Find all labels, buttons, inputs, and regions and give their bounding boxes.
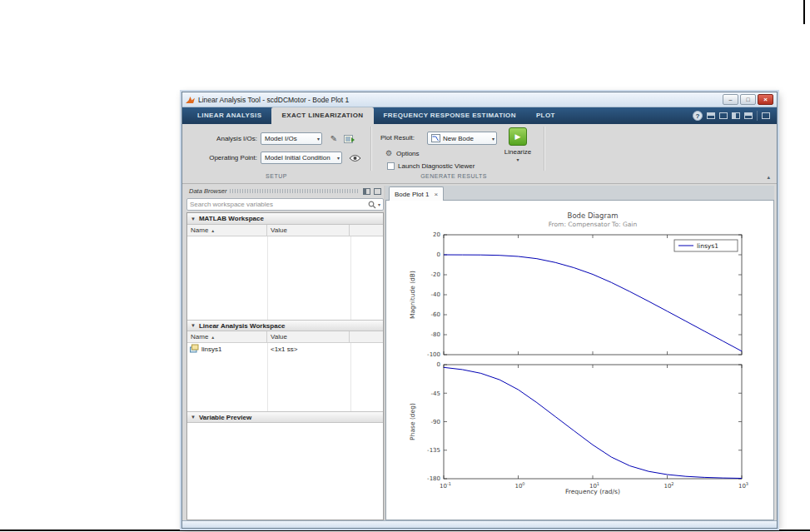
window-layout-icon-4[interactable] (744, 112, 753, 119)
triangle-down-icon: ▼ (191, 323, 196, 328)
svg-text:Magnitude (dB): Magnitude (dB) (409, 271, 416, 319)
signal-select-button[interactable] (344, 132, 355, 147)
tab-frequency-response-estimation[interactable]: FREQUENCY RESPONSE ESTIMATION (374, 107, 526, 124)
tab-plot[interactable]: PLOT (526, 107, 565, 124)
search-options-caret-icon[interactable]: ▾ (378, 201, 380, 207)
svg-text:-80: -80 (431, 331, 440, 338)
launch-diagnostic-label: Launch Diagnostic Viewer (398, 162, 475, 170)
options-button[interactable]: Options (396, 150, 420, 157)
triangle-down-icon: ▼ (191, 216, 196, 221)
analysis-ios-select[interactable]: Model I/Os ▾ (261, 132, 322, 145)
table-row-linsys1[interactable]: linsys1 <1x1 ss> (187, 343, 383, 355)
svg-text:-20: -20 (431, 271, 440, 278)
svg-text:10-1: 10-1 (440, 481, 451, 490)
run-icon: ▶ (509, 127, 527, 146)
operating-point-label: Operating Point: (187, 154, 257, 162)
bode-plot-icon (431, 134, 440, 142)
tab-bode-plot-1[interactable]: Bode Plot 1 × (389, 186, 444, 201)
column-header-name[interactable]: Name ▲ (187, 225, 267, 236)
plot-result-select[interactable]: New Bode ▾ (427, 132, 497, 145)
close-button[interactable]: × (758, 94, 773, 105)
window-layout-icon-3[interactable] (732, 112, 740, 119)
column-header-name[interactable]: Name ▲ (187, 331, 267, 342)
svg-text:102: 102 (663, 481, 673, 490)
page: Linear Analysis Tool - scdDCMotor - Bode… (0, 0, 810, 532)
undock-icon[interactable] (374, 188, 381, 195)
sort-asc-icon: ▲ (211, 335, 215, 340)
collapse-ribbon-button[interactable]: ▴ (767, 174, 770, 181)
section-matlab-workspace[interactable]: ▼ MATLAB Workspace (187, 213, 383, 225)
svg-text:From: Compensator To: Gain: From: Compensator To: Gain (549, 221, 638, 228)
page-edge-right (803, 0, 805, 24)
ribbon-tab-bar: LINEAR ANALYSIS EXACT LINEARIZATION FREQ… (182, 107, 777, 124)
matlab-logo-icon (186, 92, 195, 107)
close-icon: × (763, 97, 768, 103)
operating-point-select[interactable]: Model Initial Condition ▾ (261, 152, 342, 164)
svg-text:Bode Diagram: Bode Diagram (568, 211, 619, 220)
column-header-value[interactable]: Value (267, 225, 350, 236)
svg-text:-60: -60 (431, 311, 440, 318)
svg-text:-45: -45 (431, 390, 440, 397)
caret-down-icon: ▾ (315, 136, 320, 142)
matlab-workspace-table-body (187, 236, 383, 320)
caret-down-icon: ▾ (335, 155, 340, 161)
bode-plot-svg: 200-20-40-60-80-100Magnitude (dB)0-45-90… (386, 201, 773, 519)
plot-result-label: Plot Result: (380, 134, 415, 142)
window-title: Linear Analysis Tool - scdDCMotor - Bode… (198, 96, 349, 104)
eye-icon (349, 151, 361, 166)
document-tab-strip: Bode Plot 1 × (385, 186, 774, 201)
workspace-search: ▾ (186, 198, 384, 211)
minimize-button[interactable]: – (723, 94, 738, 105)
help-icon[interactable]: ? (693, 111, 703, 121)
pencil-icon: ✎ (330, 134, 337, 143)
variable-preview-body (187, 423, 383, 520)
title-bar[interactable]: Linear Analysis Tool - scdDCMotor - Bode… (182, 92, 777, 107)
launch-diagnostic-checkbox[interactable] (387, 162, 395, 170)
caret-down-icon: ▾ (516, 157, 519, 162)
window-layout-icon-2[interactable] (719, 112, 728, 119)
linear-workspace-table-body: linsys1 <1x1 ss> (187, 343, 383, 411)
linearize-button[interactable]: ▶ Linearize ▾ (497, 127, 539, 171)
svg-text:-180: -180 (427, 475, 440, 482)
analysis-ios-label: Analysis I/Os: (187, 135, 257, 142)
search-icon[interactable] (368, 197, 376, 212)
data-browser-title: Data Browser (189, 187, 226, 195)
ribbon: Analysis I/Os: Model I/Os ▾ ✎ Operating … (182, 124, 777, 184)
section-linear-analysis-workspace[interactable]: ▼ Linear Analysis Workspace (187, 320, 383, 331)
signal-select-icon (344, 132, 355, 147)
sort-asc-icon: ▲ (211, 228, 215, 233)
window-layout-icon-5[interactable] (762, 112, 770, 119)
panel-drag-texture (230, 189, 360, 193)
tab-linear-analysis[interactable]: LINEAR ANALYSIS (187, 107, 271, 124)
svg-text:20: 20 (433, 231, 440, 238)
data-browser-header: Data Browser (186, 186, 384, 196)
search-input[interactable] (190, 201, 366, 208)
matlab-workspace-table-header: Name ▲ Value (187, 225, 383, 236)
svg-text:-100: -100 (427, 351, 440, 358)
tab-close-icon[interactable]: × (434, 191, 438, 198)
data-browser-panel: ▼ MATLAB Workspace Name ▲ Value ▼ Linear… (186, 212, 384, 520)
tab-exact-linearization[interactable]: EXACT LINEARIZATION (271, 107, 373, 124)
linear-workspace-table-header: Name ▲ Value (187, 331, 383, 343)
svg-text:100: 100 (514, 481, 524, 490)
svg-text:103: 103 (738, 481, 748, 490)
maximize-button[interactable]: □ (740, 94, 756, 105)
svg-text:linsys1: linsys1 (697, 242, 718, 250)
view-operating-point-button[interactable] (349, 151, 361, 166)
maximize-icon: □ (746, 97, 749, 102)
caret-down-icon: ▾ (489, 136, 494, 142)
generate-results-section-label: GENERATE RESULTS (379, 173, 529, 179)
edit-ios-button[interactable]: ✎ (327, 132, 340, 145)
triangle-down-icon: ▼ (191, 415, 196, 420)
column-header-value[interactable]: Value (267, 331, 350, 342)
dock-icon[interactable] (363, 188, 370, 195)
window-layout-icon-1[interactable] (707, 112, 715, 119)
svg-text:-135: -135 (427, 447, 440, 454)
status-bar (182, 520, 777, 528)
page-edge-bottom (0, 530, 810, 531)
svg-text:0: 0 (437, 251, 440, 258)
section-variable-preview[interactable]: ▼ Variable Preview (187, 411, 383, 423)
ribbon-section-divider (544, 127, 545, 171)
svg-text:Phase (deg): Phase (deg) (409, 403, 416, 440)
ribbon-section-divider (370, 127, 372, 171)
